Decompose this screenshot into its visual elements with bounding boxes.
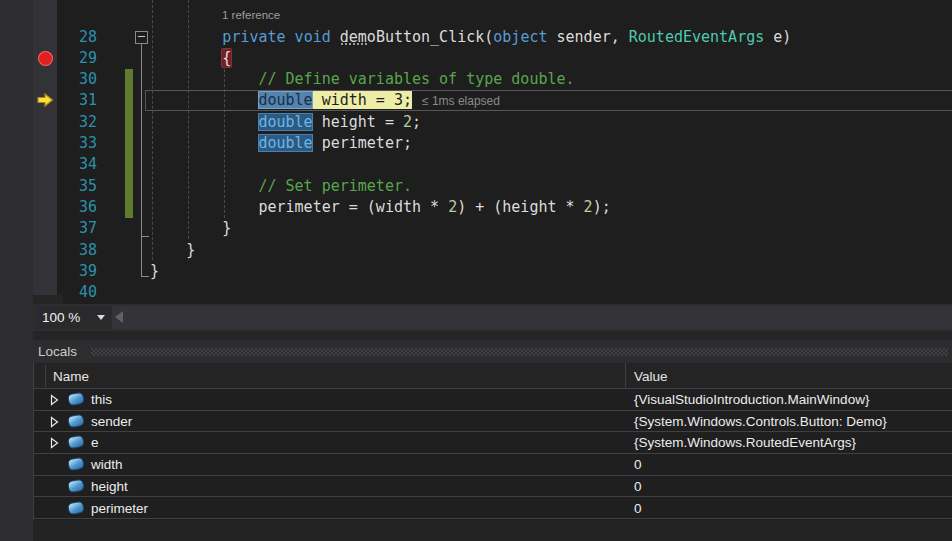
code-token: } (222, 219, 231, 237)
code-token: width = 3; (313, 91, 412, 109)
zoom-level-dropdown[interactable]: 100 % (36, 306, 112, 329)
perf-tip[interactable]: ≤ 1ms elapsed (422, 94, 500, 108)
drag-grip-texture (91, 348, 948, 356)
locals-rows: this{VisualStudioIntroduction.MainWindow… (33, 389, 952, 520)
variable-name[interactable]: width (91, 457, 123, 472)
window-left-strip (0, 0, 34, 541)
code-token: ) + (height * (457, 198, 583, 216)
code-line-34[interactable] (33, 154, 952, 175)
variable-name[interactable]: height (91, 479, 128, 494)
code-token: sender, (547, 28, 628, 46)
code-line-39[interactable]: } (33, 261, 952, 282)
code-token: object (493, 28, 547, 46)
code-token: double (258, 113, 312, 131)
code-token (286, 28, 295, 46)
variable-name[interactable]: sender (91, 414, 132, 429)
variable-value[interactable]: {System.Windows.RoutedEventArgs} (634, 435, 856, 450)
code-token: 2 (448, 198, 457, 216)
variable-name[interactable]: e (91, 435, 99, 450)
variable-icon (68, 436, 84, 448)
variable-value[interactable]: {VisualStudioIntroduction.MainWindow} (634, 392, 869, 407)
code-line-27[interactable] (33, 0, 952, 7)
horizontal-scrollbar[interactable] (112, 306, 952, 329)
locals-row-perimeter[interactable]: perimeter0 (34, 498, 952, 520)
locals-title-bar[interactable]: Locals (33, 340, 952, 363)
variable-name[interactable]: this (91, 392, 112, 407)
code-line-33[interactable]: double perimeter; (33, 133, 952, 154)
code-line-30[interactable]: // Define variables of type double. (33, 69, 952, 90)
expand-arrow-icon[interactable] (50, 437, 59, 449)
locals-row-height[interactable]: height0 (34, 476, 952, 498)
variable-value[interactable]: 0 (634, 457, 642, 472)
code-token: void (295, 28, 331, 46)
code-token: } (150, 262, 159, 280)
code-line-32[interactable]: double height = 2; (33, 112, 952, 133)
code-line-36[interactable]: perimeter = (width * 2) + (height * 2); (33, 197, 952, 218)
variable-icon (68, 393, 84, 405)
locals-row-width[interactable]: width0 (34, 454, 952, 476)
code-token: } (186, 241, 195, 259)
expand-arrow-icon[interactable] (50, 394, 59, 406)
code-line-28[interactable]: private void demoButton_Click(object sen… (33, 27, 952, 48)
zoom-level-value: 100 % (36, 310, 97, 325)
header-gutter-divider (45, 365, 46, 387)
editor-bottom-bar: 100 % (33, 304, 952, 331)
breakpoint-span: { (222, 49, 231, 67)
code-line-29[interactable]: { (33, 48, 952, 69)
code-line-38[interactable]: } (33, 240, 952, 261)
code-token: // Define variables of type double. (258, 70, 574, 88)
chevron-down-icon (97, 315, 105, 320)
code-token: double (258, 134, 312, 152)
locals-panel: Locals Name Value this{VisualStudioIntro… (33, 340, 952, 541)
variable-icon (68, 480, 84, 492)
variable-icon (68, 501, 84, 513)
code-token: ; (412, 113, 421, 131)
code-token: height = (313, 113, 403, 131)
locals-title: Locals (38, 344, 77, 359)
locals-table-header[interactable]: Name Value (33, 363, 952, 389)
code-editor[interactable]: 2728293031323334353637383940 1 reference… (33, 0, 952, 304)
column-header-name[interactable]: Name (53, 369, 89, 384)
variable-value[interactable]: {System.Windows.Controls.Button: Demo} (634, 414, 887, 429)
code-token: RoutedEventArgs (629, 28, 764, 46)
code-token: // Set perimeter. (258, 177, 412, 195)
code-token: e) (764, 28, 791, 46)
code-token: demoButton_Click (340, 28, 485, 46)
code-token: 2 (584, 198, 593, 216)
variable-name[interactable]: perimeter (91, 501, 148, 516)
code-token: double (258, 91, 312, 109)
variable-icon (68, 415, 84, 427)
code-line-37[interactable]: } (33, 218, 952, 239)
code-token: perimeter; (313, 134, 412, 152)
locals-row-sender[interactable]: sender{System.Windows.Controls.Button: D… (34, 411, 952, 433)
locals-row-e[interactable]: e{System.Windows.RoutedEventArgs} (34, 432, 952, 454)
codelens-references[interactable]: 1 reference (222, 9, 280, 21)
panel-splitter[interactable] (33, 331, 952, 340)
variable-value[interactable]: 0 (634, 479, 642, 494)
code-token: perimeter = (width * (258, 198, 448, 216)
code-line-40[interactable] (33, 282, 952, 303)
locals-row-this[interactable]: this{VisualStudioIntroduction.MainWindow… (34, 389, 952, 411)
expand-arrow-icon[interactable] (50, 416, 59, 428)
variable-icon (68, 458, 84, 470)
column-header-value[interactable]: Value (634, 369, 668, 384)
visual-studio-debug-view: 2728293031323334353637383940 1 reference… (0, 0, 952, 541)
variable-value[interactable]: 0 (634, 501, 642, 516)
code-token: ); (593, 198, 611, 216)
code-token (331, 28, 340, 46)
code-line-35[interactable]: // Set perimeter. (33, 176, 952, 197)
code-token: ( (484, 28, 493, 46)
code-token: private (222, 28, 285, 46)
code-token: 2 (403, 113, 412, 131)
code-line-31[interactable]: double width = 3;≤ 1ms elapsed (33, 90, 952, 111)
scroll-left-icon[interactable] (115, 311, 123, 323)
